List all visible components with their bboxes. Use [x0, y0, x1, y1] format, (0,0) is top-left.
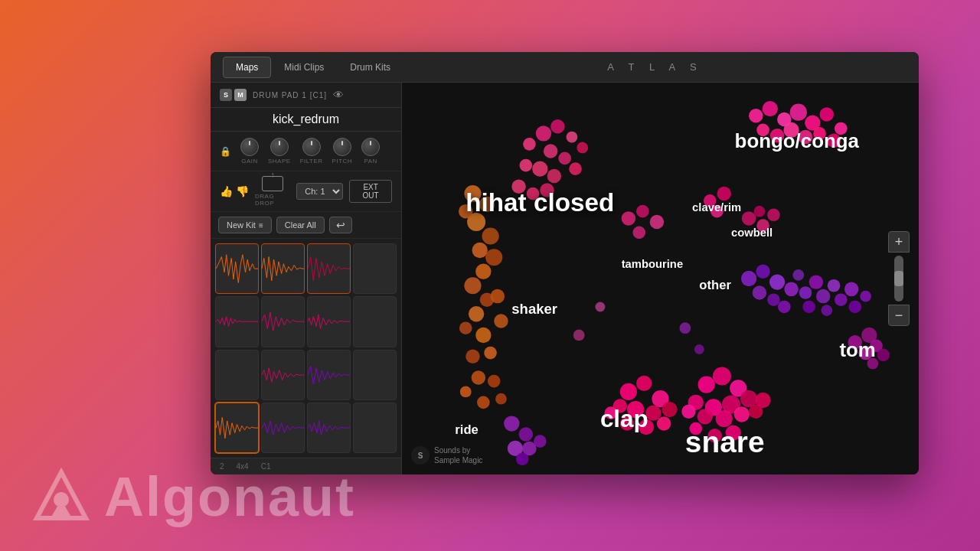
svg-point-28	[475, 328, 491, 343]
svg-text:hihat closed: hihat closed	[466, 188, 614, 217]
svg-point-55	[717, 187, 730, 201]
svg-point-91	[662, 402, 677, 417]
knob-pan[interactable]	[361, 138, 380, 156]
drum-pad-cell-15[interactable]	[307, 403, 351, 453]
drum-pad-cell-1[interactable]	[215, 243, 259, 294]
clear-all-button[interactable]: Clear All	[276, 217, 325, 233]
svg-point-25	[469, 306, 484, 321]
svg-point-74	[821, 305, 832, 316]
svg-text:tambourine: tambourine	[622, 258, 683, 270]
drum-pad-cell-4[interactable]	[353, 243, 397, 294]
algonaut-brand-text: Algonaut	[104, 465, 355, 528]
svg-point-65	[767, 293, 780, 306]
svg-point-4	[567, 132, 578, 143]
zoom-in-button[interactable]: +	[888, 231, 910, 253]
knob-shape[interactable]	[270, 138, 289, 156]
main-content: S M DRUM PAD 1 [C1] 👁 kick_redrum 🔒 GAIN…	[211, 83, 919, 474]
svg-point-21	[485, 249, 502, 266]
svg-point-68	[792, 269, 804, 281]
svg-point-108	[755, 393, 770, 408]
svg-point-86	[636, 376, 652, 391]
channel-select[interactable]: Ch: 1 Ch: 2	[296, 183, 343, 200]
drum-pad-header: S M DRUM PAD 1 [C1] 👁	[211, 83, 401, 108]
svg-point-64	[753, 285, 766, 299]
svg-text:ride: ride	[455, 422, 479, 437]
svg-point-71	[802, 301, 815, 314]
undo-button[interactable]: ↩	[329, 217, 352, 233]
tab-midi-clips[interactable]: Midi Clips	[271, 57, 337, 78]
svg-point-72	[816, 289, 830, 303]
svg-point-2	[536, 126, 551, 141]
svg-point-63	[769, 274, 785, 289]
action-row: 👍 👎 DRAG DROP Ch: 1 Ch: 2 EXT OUT	[211, 171, 401, 212]
svg-point-113	[519, 427, 533, 441]
knob-shape-group: SHAPE	[268, 138, 291, 165]
drum-pad-cell-2[interactable]	[261, 243, 305, 294]
svg-point-76	[844, 282, 858, 296]
drum-pad-cell-8[interactable]	[353, 296, 397, 347]
knob-gain[interactable]	[240, 138, 259, 156]
drum-pad-label: DRUM PAD 1 [C1]	[253, 91, 327, 99]
drum-pad-cell-13[interactable]	[215, 403, 259, 453]
drum-pad-cell-11[interactable]	[307, 350, 351, 400]
svg-point-77	[848, 301, 861, 314]
svg-point-9	[519, 159, 532, 172]
drum-pad-cell-12[interactable]	[353, 350, 397, 400]
tab-maps[interactable]: Maps	[223, 57, 271, 78]
svg-point-1	[523, 138, 536, 151]
knob-filter[interactable]	[302, 138, 321, 156]
svg-point-69	[799, 286, 812, 299]
left-panel: S M DRUM PAD 1 [C1] 👁 kick_redrum 🔒 GAIN…	[211, 83, 402, 474]
drag-drop-group: DRAG DROP	[255, 176, 290, 207]
knob-filter-label: FILTER	[300, 158, 323, 165]
drum-pad-cell-6[interactable]	[261, 296, 305, 347]
top-nav: Maps Midi Clips Drum Kits A T L A S	[211, 52, 919, 83]
svg-point-120	[679, 322, 691, 334]
drum-pad-cell-5[interactable]	[215, 296, 259, 347]
zoom-out-button[interactable]: −	[888, 305, 910, 326]
svg-point-117	[516, 452, 529, 465]
algonaut-logo-icon	[31, 466, 92, 527]
drum-pad-cell-9[interactable]	[215, 350, 259, 400]
lock-icon[interactable]: 🔒	[220, 146, 231, 157]
svg-point-61	[741, 271, 756, 286]
svg-point-62	[756, 265, 769, 279]
svg-point-78	[860, 291, 871, 302]
drum-pad-cell-16[interactable]	[353, 403, 397, 453]
tab-drum-kits[interactable]: Drum Kits	[337, 57, 403, 78]
svg-point-31	[484, 347, 497, 360]
drum-pad-cell-3[interactable]	[307, 243, 351, 294]
viz-panel[interactable]: hihat closed bongo/conga clave/rim cowbe…	[402, 83, 919, 474]
badge-m[interactable]: M	[234, 89, 247, 101]
menu-icon: ≡	[259, 221, 263, 230]
drum-pad-cell-10[interactable]	[261, 350, 305, 400]
knob-pitch[interactable]	[333, 138, 351, 156]
svg-point-59	[754, 206, 766, 217]
svg-point-38	[763, 101, 778, 116]
knob-shape-label: SHAPE	[268, 158, 291, 165]
ext-out-button[interactable]: EXT OUT	[349, 180, 392, 203]
svg-point-119	[573, 330, 585, 341]
dot-cloud-svg: hihat closed bongo/conga clave/rim cowbe…	[402, 83, 919, 474]
svg-point-73	[828, 279, 841, 292]
drag-drop-icon[interactable]	[262, 176, 283, 191]
kit-controls: New Kit ≡ Clear All ↩	[211, 212, 401, 239]
svg-point-85	[620, 383, 637, 400]
drum-pad-cell-14[interactable]	[261, 403, 305, 453]
svg-point-22	[475, 264, 491, 279]
svg-point-36	[495, 393, 507, 405]
like-button[interactable]: 👍	[220, 185, 233, 197]
badge-s[interactable]: S	[220, 89, 232, 101]
svg-point-121	[694, 344, 704, 354]
svg-point-60	[767, 208, 780, 221]
svg-point-37	[749, 109, 763, 122]
app-title: A T L A S	[403, 61, 906, 73]
knob-filter-group: FILTER	[300, 138, 323, 165]
svg-point-5	[544, 144, 557, 158]
svg-point-19	[472, 243, 488, 258]
drum-pad-cell-7[interactable]	[307, 296, 351, 347]
new-kit-button[interactable]: New Kit ≡	[218, 217, 272, 233]
dislike-button[interactable]: 👎	[236, 185, 249, 197]
zoom-slider[interactable]	[894, 256, 903, 302]
eye-icon[interactable]: 👁	[333, 89, 344, 101]
